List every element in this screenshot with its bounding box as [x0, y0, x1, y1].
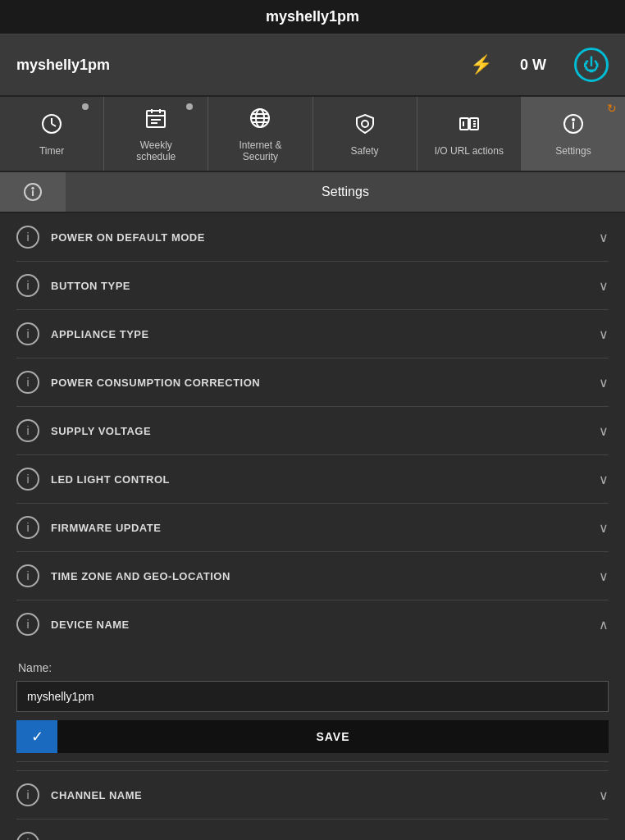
chevron-led-light: ∨ [599, 472, 609, 487]
info-icon-device-name: i [16, 613, 39, 636]
info-icon-appliance-type: i [16, 322, 39, 345]
row-channel-name[interactable]: i CHANNEL NAME ∨ [16, 770, 609, 819]
settings-info-icon [562, 112, 585, 140]
svg-line-2 [52, 124, 56, 126]
chevron-channel-name: ∨ [599, 788, 609, 803]
info-icon-led-light: i [16, 468, 39, 491]
label-device-name: DEVICE NAME [51, 619, 599, 631]
tab-io-label: I/O URL actions [435, 145, 504, 157]
label-appliance-type: APPLIANCE TYPE [51, 328, 599, 340]
calendar-icon [144, 107, 167, 135]
chevron-supply-voltage: ∨ [599, 423, 609, 439]
tab-io-url[interactable]: I/O URL actions [417, 97, 522, 171]
label-led-light: LED LIGHT CONTROL [51, 473, 599, 486]
row-power-on-default[interactable]: i POWER ON DEFAULT MODE ∨ [16, 213, 609, 262]
row-appliance-type[interactable]: i APPLIANCE TYPE ∨ [16, 310, 609, 358]
save-row: ✓ SAVE [16, 720, 609, 753]
refresh-icon: ↻ [607, 102, 617, 115]
io-icon [458, 112, 481, 140]
page-title: myshelly1pm [0, 0, 625, 34]
save-button[interactable]: SAVE [57, 720, 609, 753]
settings-panel-title: Settings [66, 173, 625, 211]
row-button-type[interactable]: i BUTTON TYPE ∨ [16, 262, 609, 310]
info-icon-channel-name: i [16, 783, 39, 806]
clock-icon [40, 112, 63, 140]
tab-safety-label: Safety [351, 145, 379, 157]
chevron-device-name: ∧ [599, 617, 609, 632]
label-button-type: BUTTON TYPE [51, 280, 599, 292]
tab-internet-security[interactable]: Internet & Security [208, 97, 312, 171]
chevron-firmware: ∨ [599, 520, 609, 536]
info-icon-factory-reset: i [16, 832, 39, 840]
name-field-label: Name: [18, 661, 609, 674]
label-supply-voltage: SUPPLY VOLTAGE [51, 425, 599, 437]
power-value: 0 W [509, 57, 558, 74]
row-device-name[interactable]: i DEVICE NAME ∧ [16, 600, 609, 648]
tab-settings[interactable]: ↻ Settings [522, 97, 625, 171]
tab-internet-label: Internet & Security [239, 139, 281, 162]
lightning-icon: ⚡ [470, 54, 492, 75]
row-led-light[interactable]: i LED LIGHT CONTROL ∨ [16, 455, 609, 504]
info-icon-power-consumption: i [16, 371, 39, 394]
nav-tabs: Timer Weekly schedule [0, 97, 625, 172]
info-icon-power-on: i [16, 226, 39, 249]
settings-header: Settings [0, 172, 625, 213]
globe-icon [249, 107, 271, 135]
svg-point-23 [573, 119, 574, 121]
device-name-label: myshelly1pm [16, 57, 454, 74]
info-icon-timezone: i [16, 564, 39, 587]
device-name-input[interactable] [16, 681, 609, 712]
info-icon-supply-voltage: i [16, 419, 39, 442]
tab-safety[interactable]: Safety [313, 97, 417, 171]
chevron-power-on: ∨ [599, 230, 609, 245]
chevron-timezone: ∨ [599, 568, 609, 584]
device-header: myshelly1pm ⚡ 0 W ⏻ [0, 34, 625, 97]
settings-icon-tab [0, 172, 66, 212]
row-factory-reset[interactable]: i FACTORY RESET ∨ [16, 819, 609, 840]
chevron-power-consumption: ∨ [599, 375, 609, 390]
svg-point-26 [32, 188, 34, 189]
label-timezone: TIME ZONE AND GEO-LOCATION [51, 570, 599, 582]
device-name-section: Name: ✓ SAVE [16, 648, 609, 762]
label-firmware-update: FIRMWARE UPDATE [51, 522, 599, 534]
tab-weekly-label: Weekly schedule [136, 139, 176, 162]
tab-weekly-schedule[interactable]: Weekly schedule [104, 97, 208, 171]
row-power-consumption[interactable]: i POWER CONSUMPTION CORRECTION ∨ [16, 358, 609, 407]
row-firmware-update[interactable]: i FIRMWARE UPDATE ∨ [16, 504, 609, 552]
info-icon-firmware: i [16, 516, 39, 539]
label-power-on-default: POWER ON DEFAULT MODE [51, 231, 599, 244]
tab-settings-label: Settings [555, 145, 591, 157]
chevron-button-type: ∨ [599, 278, 609, 294]
shield-icon [354, 112, 376, 140]
label-channel-name: CHANNEL NAME [51, 789, 599, 801]
tab-timer-label: Timer [39, 145, 64, 157]
row-timezone[interactable]: i TIME ZONE AND GEO-LOCATION ∨ [16, 552, 609, 600]
label-factory-reset: FACTORY RESET [51, 838, 599, 841]
power-button[interactable]: ⏻ [574, 48, 609, 82]
row-supply-voltage[interactable]: i SUPPLY VOLTAGE ∨ [16, 407, 609, 455]
settings-list: i POWER ON DEFAULT MODE ∨ i BUTTON TYPE … [0, 213, 625, 840]
chevron-appliance-type: ∨ [599, 326, 609, 342]
svg-point-14 [362, 121, 368, 127]
tab-timer[interactable]: Timer [0, 97, 104, 171]
info-icon-button-type: i [16, 274, 39, 297]
label-power-consumption: POWER CONSUMPTION CORRECTION [51, 377, 599, 389]
chevron-factory-reset: ∨ [599, 836, 609, 841]
save-check-icon[interactable]: ✓ [16, 720, 57, 753]
